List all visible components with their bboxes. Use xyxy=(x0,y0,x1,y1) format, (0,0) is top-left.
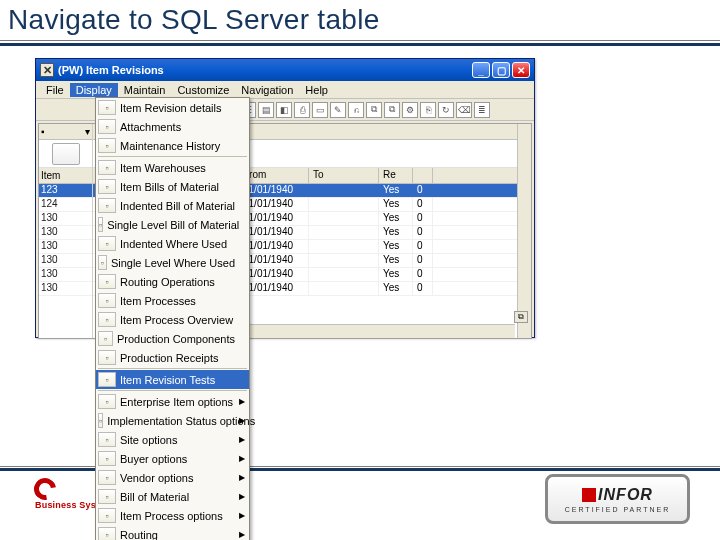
menu-item[interactable]: ▫Vendor options▶ xyxy=(96,468,249,487)
menu-navigation[interactable]: Navigation xyxy=(235,83,299,97)
col-re[interactable]: Re xyxy=(379,168,413,183)
toolbar-icon[interactable]: ✎ xyxy=(330,102,346,118)
menu-item[interactable]: ▫Item Warehouses xyxy=(96,158,249,177)
left-row[interactable]: 130 xyxy=(39,268,92,282)
left-badge-icon xyxy=(52,143,80,165)
menu-item-label: Maintenance History xyxy=(120,140,220,152)
toolbar-icon[interactable]: ≣ xyxy=(474,102,490,118)
menu-item[interactable]: ▫Item Revision Tests xyxy=(96,370,249,389)
menu-customize[interactable]: Customize xyxy=(171,83,235,97)
menu-item[interactable]: ▫Site options▶ xyxy=(96,430,249,449)
menu-item-icon: ▫ xyxy=(98,138,116,153)
menu-display[interactable]: Display xyxy=(70,83,118,97)
menu-item-icon: ▫ xyxy=(98,470,116,485)
menu-item-label: Vendor options xyxy=(120,472,193,484)
display-menu-dropdown: ▫Item Revision details▫Attachments▫Maint… xyxy=(95,97,250,540)
window-title: (PW) Item Revisions xyxy=(58,64,164,76)
submenu-arrow-icon: ▶ xyxy=(239,435,245,444)
toolbar-icon[interactable]: ⎘ xyxy=(420,102,436,118)
menu-item[interactable]: ▫Buyer options▶ xyxy=(96,449,249,468)
menu-item-icon: ▫ xyxy=(98,217,103,232)
menu-item-icon: ▫ xyxy=(98,394,116,409)
menu-item-label: Routing Operations xyxy=(120,276,215,288)
left-row[interactable]: 130 xyxy=(39,226,92,240)
menu-item[interactable]: ▫Item Bills of Material xyxy=(96,177,249,196)
toolbar-icon[interactable]: ⎙ xyxy=(294,102,310,118)
left-row[interactable]: 130 xyxy=(39,212,92,226)
menu-item-icon: ▫ xyxy=(98,293,116,308)
slide-title: Navigate to SQL Server table xyxy=(0,0,720,38)
maximize-button[interactable]: ▢ xyxy=(492,62,510,78)
title-rule-thick xyxy=(0,43,720,46)
menu-item[interactable]: ▫Routing Operations xyxy=(96,272,249,291)
menu-item-icon: ▫ xyxy=(98,274,116,289)
col-n[interactable] xyxy=(413,168,433,183)
menu-maintain[interactable]: Maintain xyxy=(118,83,172,97)
vertical-scrollbar[interactable] xyxy=(517,124,531,338)
menu-item-icon: ▫ xyxy=(98,527,116,540)
partner-brand: INFOR xyxy=(598,486,653,504)
left-row[interactable]: 130 xyxy=(39,254,92,268)
titlebar[interactable]: ✕ (PW) Item Revisions _ ▢ ✕ xyxy=(36,59,534,81)
left-row[interactable]: 130 xyxy=(39,240,92,254)
close-button[interactable]: ✕ xyxy=(512,62,530,78)
menu-item-label: Buyer options xyxy=(120,453,187,465)
toolbar-icon[interactable]: ◧ xyxy=(276,102,292,118)
toolbar-icon[interactable]: ⧉ xyxy=(366,102,382,118)
menu-file[interactable]: File xyxy=(40,83,70,97)
toolbar-icon[interactable]: ⚙ xyxy=(402,102,418,118)
minimize-button[interactable]: _ xyxy=(472,62,490,78)
submenu-arrow-icon: ▶ xyxy=(239,530,245,539)
left-row[interactable]: 123 xyxy=(39,184,92,198)
left-row[interactable]: 124 xyxy=(39,198,92,212)
menu-item[interactable]: ▫Item Revision details xyxy=(96,98,249,117)
menu-item[interactable]: ▫Item Process Overview xyxy=(96,310,249,329)
toolbar-icon[interactable]: ▭ xyxy=(312,102,328,118)
menu-item-label: Indented Where Used xyxy=(120,238,227,250)
menu-item[interactable]: ▫Item Process options▶ xyxy=(96,506,249,525)
menu-item[interactable]: ▫Implementation Status options▶ xyxy=(96,411,249,430)
menu-item[interactable]: ▫Attachments xyxy=(96,117,249,136)
menu-item[interactable]: ▫Indented Where Used xyxy=(96,234,249,253)
toolbar-icon[interactable]: ⌫ xyxy=(456,102,472,118)
menu-item[interactable]: ▫Single Level Where Used xyxy=(96,253,249,272)
toolbar-icon[interactable]: ▤ xyxy=(258,102,274,118)
toolbar-icon[interactable]: ⧉ xyxy=(384,102,400,118)
left-header-row: ▪▾ xyxy=(39,124,92,140)
toolbar-icon[interactable]: ↻ xyxy=(438,102,454,118)
dock-icon[interactable]: ⧉ xyxy=(514,311,528,323)
menu-item-icon: ▫ xyxy=(98,432,116,447)
menu-item-label: Production Receipts xyxy=(120,352,218,364)
left-row[interactable]: 130 xyxy=(39,282,92,296)
menu-item-label: Item Process options xyxy=(120,510,223,522)
menu-item-label: Single Level Bill of Material xyxy=(107,219,239,231)
menu-item-icon: ▫ xyxy=(98,160,116,175)
menu-item-icon: ▫ xyxy=(98,179,116,194)
col-to[interactable]: To xyxy=(309,168,379,183)
menu-item-label: Site options xyxy=(120,434,177,446)
menu-item-icon: ▫ xyxy=(98,255,107,270)
menu-item[interactable]: ▫Production Components xyxy=(96,329,249,348)
left-column-header[interactable]: Item xyxy=(39,168,92,184)
menu-item-icon: ▫ xyxy=(98,508,116,523)
menu-item-icon: ▫ xyxy=(98,312,116,327)
menu-item[interactable]: ▫Routing▶ xyxy=(96,525,249,540)
app-icon: ✕ xyxy=(40,63,54,77)
submenu-arrow-icon: ▶ xyxy=(239,397,245,406)
menu-item[interactable]: ▫Bill of Material▶ xyxy=(96,487,249,506)
menu-item[interactable]: ▫Item Processes xyxy=(96,291,249,310)
menu-item-icon: ▫ xyxy=(98,451,116,466)
menu-item[interactable]: ▫Indented Bill of Material xyxy=(96,196,249,215)
left-column: ▪▾ Item 123 124 130 130 130 130 130 130 xyxy=(39,124,93,338)
menu-item[interactable]: ▫Production Receipts xyxy=(96,348,249,367)
toolbar-icon[interactable]: ⎌ xyxy=(348,102,364,118)
menu-item-label: Indented Bill of Material xyxy=(120,200,235,212)
infor-logo-icon xyxy=(582,488,596,502)
menu-item[interactable]: ▫Maintenance History xyxy=(96,136,249,155)
menu-item-icon: ▫ xyxy=(98,236,116,251)
menu-item[interactable]: ▫Enterprise Item options▶ xyxy=(96,392,249,411)
menu-item[interactable]: ▫Single Level Bill of Material xyxy=(96,215,249,234)
submenu-arrow-icon: ▶ xyxy=(239,492,245,501)
menu-help[interactable]: Help xyxy=(299,83,334,97)
menu-item-label: Bill of Material xyxy=(120,491,189,503)
